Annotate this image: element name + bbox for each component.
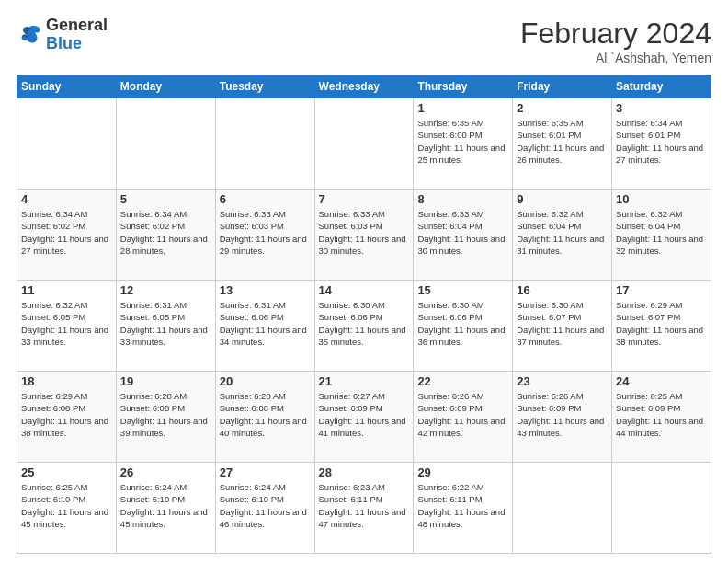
day-info: Sunrise: 6:26 AM Sunset: 6:09 PM Dayligh…: [517, 390, 608, 439]
calendar-cell: 14Sunrise: 6:30 AM Sunset: 6:06 PM Dayli…: [314, 281, 414, 372]
logo-text: General Blue: [46, 17, 108, 53]
day-number: 22: [417, 374, 508, 388]
day-info: Sunrise: 6:25 AM Sunset: 6:10 PM Dayligh…: [21, 481, 112, 530]
day-number: 18: [21, 374, 112, 388]
day-info: Sunrise: 6:33 AM Sunset: 6:03 PM Dayligh…: [319, 208, 410, 257]
logo-blue: Blue: [46, 35, 108, 53]
day-header-wednesday: Wednesday: [314, 75, 414, 98]
title-month: February 2024: [520, 17, 711, 51]
calendar-cell: 28Sunrise: 6:23 AM Sunset: 6:11 PM Dayli…: [314, 463, 414, 554]
day-number: 3: [616, 101, 707, 115]
calendar-cell: 18Sunrise: 6:29 AM Sunset: 6:08 PM Dayli…: [17, 372, 117, 463]
calendar-cell: 9Sunrise: 6:32 AM Sunset: 6:04 PM Daylig…: [513, 190, 612, 281]
day-info: Sunrise: 6:31 AM Sunset: 6:06 PM Dayligh…: [220, 299, 311, 348]
calendar-cell: [116, 98, 215, 190]
day-info: Sunrise: 6:34 AM Sunset: 6:01 PM Dayligh…: [616, 117, 707, 166]
calendar-cell: 16Sunrise: 6:30 AM Sunset: 6:07 PM Dayli…: [513, 281, 612, 372]
calendar-cell: [17, 98, 117, 190]
day-info: Sunrise: 6:34 AM Sunset: 6:02 PM Dayligh…: [21, 208, 112, 257]
day-number: 27: [220, 465, 311, 479]
day-number: 21: [319, 374, 410, 388]
calendar-header-row: SundayMondayTuesdayWednesdayThursdayFrid…: [17, 75, 711, 98]
calendar-cell: 6Sunrise: 6:33 AM Sunset: 6:03 PM Daylig…: [215, 190, 314, 281]
day-info: Sunrise: 6:26 AM Sunset: 6:09 PM Dayligh…: [417, 390, 508, 439]
day-number: 19: [120, 374, 211, 388]
day-number: 28: [319, 465, 410, 479]
title-block: February 2024 Al `Ashshah, Yemen: [520, 17, 711, 65]
day-info: Sunrise: 6:30 AM Sunset: 6:06 PM Dayligh…: [319, 299, 410, 348]
calendar-cell: 20Sunrise: 6:28 AM Sunset: 6:08 PM Dayli…: [215, 372, 314, 463]
day-number: 9: [517, 192, 608, 206]
calendar-cell: 13Sunrise: 6:31 AM Sunset: 6:06 PM Dayli…: [215, 281, 314, 372]
day-header-sunday: Sunday: [17, 75, 117, 98]
day-number: 7: [319, 192, 410, 206]
logo-bird-icon: [17, 22, 42, 48]
calendar-cell: 12Sunrise: 6:31 AM Sunset: 6:05 PM Dayli…: [116, 281, 215, 372]
calendar-cell: 22Sunrise: 6:26 AM Sunset: 6:09 PM Dayli…: [414, 372, 513, 463]
calendar-cell: 11Sunrise: 6:32 AM Sunset: 6:05 PM Dayli…: [17, 281, 117, 372]
day-number: 20: [220, 374, 311, 388]
calendar-cell: 24Sunrise: 6:25 AM Sunset: 6:09 PM Dayli…: [612, 372, 711, 463]
calendar-cell: 2Sunrise: 6:35 AM Sunset: 6:01 PM Daylig…: [513, 98, 612, 190]
calendar-cell: [513, 463, 612, 554]
calendar-week-row: 25Sunrise: 6:25 AM Sunset: 6:10 PM Dayli…: [17, 463, 711, 554]
day-number: 14: [319, 283, 410, 297]
day-info: Sunrise: 6:27 AM Sunset: 6:09 PM Dayligh…: [319, 390, 410, 439]
day-info: Sunrise: 6:29 AM Sunset: 6:08 PM Dayligh…: [21, 390, 112, 439]
day-info: Sunrise: 6:33 AM Sunset: 6:03 PM Dayligh…: [220, 208, 311, 257]
day-info: Sunrise: 6:32 AM Sunset: 6:04 PM Dayligh…: [616, 208, 707, 257]
day-info: Sunrise: 6:30 AM Sunset: 6:06 PM Dayligh…: [417, 299, 508, 348]
day-number: 29: [417, 465, 508, 479]
calendar-cell: 17Sunrise: 6:29 AM Sunset: 6:07 PM Dayli…: [612, 281, 711, 372]
day-number: 23: [517, 374, 608, 388]
page: General Blue February 2024 Al `Ashshah, …: [0, 0, 728, 563]
day-info: Sunrise: 6:25 AM Sunset: 6:09 PM Dayligh…: [616, 390, 707, 439]
logo-general: General: [46, 17, 108, 35]
calendar-table: SundayMondayTuesdayWednesdayThursdayFrid…: [17, 75, 711, 554]
day-number: 8: [417, 192, 508, 206]
calendar-cell: 10Sunrise: 6:32 AM Sunset: 6:04 PM Dayli…: [612, 190, 711, 281]
day-number: 16: [517, 283, 608, 297]
day-info: Sunrise: 6:22 AM Sunset: 6:11 PM Dayligh…: [417, 481, 508, 530]
calendar-cell: 15Sunrise: 6:30 AM Sunset: 6:06 PM Dayli…: [414, 281, 513, 372]
day-info: Sunrise: 6:32 AM Sunset: 6:04 PM Dayligh…: [517, 208, 608, 257]
day-number: 11: [21, 283, 112, 297]
day-info: Sunrise: 6:32 AM Sunset: 6:05 PM Dayligh…: [21, 299, 112, 348]
day-info: Sunrise: 6:24 AM Sunset: 6:10 PM Dayligh…: [220, 481, 311, 530]
day-info: Sunrise: 6:28 AM Sunset: 6:08 PM Dayligh…: [220, 390, 311, 439]
day-number: 10: [616, 192, 707, 206]
day-header-tuesday: Tuesday: [215, 75, 314, 98]
day-number: 15: [417, 283, 508, 297]
day-number: 25: [21, 465, 112, 479]
header: General Blue February 2024 Al `Ashshah, …: [17, 17, 711, 65]
calendar-cell: 23Sunrise: 6:26 AM Sunset: 6:09 PM Dayli…: [513, 372, 612, 463]
day-number: 13: [220, 283, 311, 297]
calendar-cell: [215, 98, 314, 190]
calendar-week-row: 4Sunrise: 6:34 AM Sunset: 6:02 PM Daylig…: [17, 190, 711, 281]
day-header-thursday: Thursday: [414, 75, 513, 98]
day-number: 17: [616, 283, 707, 297]
calendar-cell: 4Sunrise: 6:34 AM Sunset: 6:02 PM Daylig…: [17, 190, 117, 281]
day-info: Sunrise: 6:29 AM Sunset: 6:07 PM Dayligh…: [616, 299, 707, 348]
calendar-cell: 25Sunrise: 6:25 AM Sunset: 6:10 PM Dayli…: [17, 463, 117, 554]
calendar-cell: 7Sunrise: 6:33 AM Sunset: 6:03 PM Daylig…: [314, 190, 414, 281]
day-number: 4: [21, 192, 112, 206]
day-number: 24: [616, 374, 707, 388]
day-number: 5: [120, 192, 211, 206]
calendar-cell: 26Sunrise: 6:24 AM Sunset: 6:10 PM Dayli…: [116, 463, 215, 554]
calendar-week-row: 1Sunrise: 6:35 AM Sunset: 6:00 PM Daylig…: [17, 98, 711, 190]
day-info: Sunrise: 6:28 AM Sunset: 6:08 PM Dayligh…: [120, 390, 211, 439]
day-info: Sunrise: 6:35 AM Sunset: 6:01 PM Dayligh…: [517, 117, 608, 166]
day-header-friday: Friday: [513, 75, 612, 98]
calendar-cell: 27Sunrise: 6:24 AM Sunset: 6:10 PM Dayli…: [215, 463, 314, 554]
calendar-cell: [314, 98, 414, 190]
calendar-cell: [612, 463, 711, 554]
day-header-saturday: Saturday: [612, 75, 711, 98]
calendar-week-row: 18Sunrise: 6:29 AM Sunset: 6:08 PM Dayli…: [17, 372, 711, 463]
day-info: Sunrise: 6:24 AM Sunset: 6:10 PM Dayligh…: [120, 481, 211, 530]
calendar-cell: 1Sunrise: 6:35 AM Sunset: 6:00 PM Daylig…: [414, 98, 513, 190]
title-location: Al `Ashshah, Yemen: [520, 51, 711, 65]
day-number: 6: [220, 192, 311, 206]
day-number: 1: [417, 101, 508, 115]
day-number: 2: [517, 101, 608, 115]
